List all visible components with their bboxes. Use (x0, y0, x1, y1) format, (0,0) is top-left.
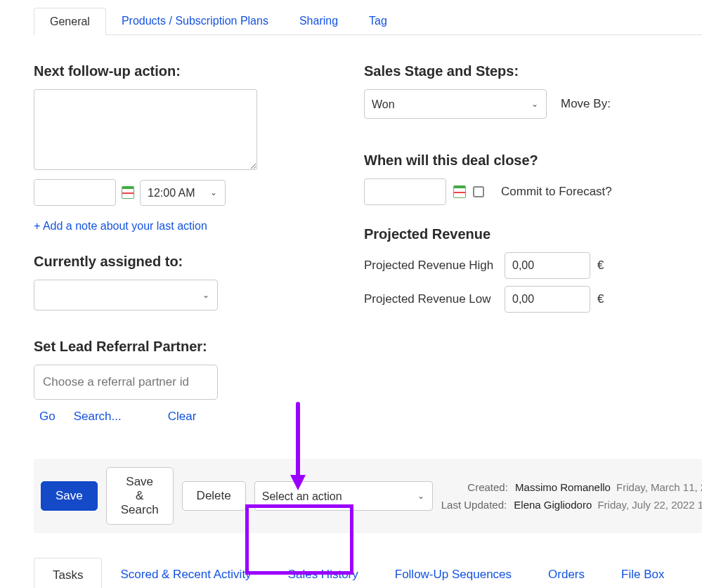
sales-stage-select[interactable]: Won (364, 89, 547, 119)
updated-label: Last Updated: (441, 499, 507, 511)
referral-partner-label: Set Lead Referral Partner: (34, 339, 350, 355)
tab-tasks[interactable]: Tasks (34, 558, 102, 588)
tab-sharing[interactable]: Sharing (284, 8, 353, 34)
tab-sales-history[interactable]: Sales History (270, 558, 377, 588)
assigned-to-select[interactable] (34, 280, 218, 311)
right-column: Sales Stage and Steps: Won ⌄ Move By: Wh… (364, 56, 702, 424)
move-by-label: Move By: (561, 97, 611, 111)
followup-date-input[interactable] (34, 179, 116, 206)
proj-revenue-high-label: Projected Revenue High (364, 259, 498, 273)
save-search-button[interactable]: Save & Search (106, 467, 174, 525)
calendar-icon[interactable] (453, 185, 466, 198)
followup-action-textarea[interactable] (34, 89, 257, 170)
created-by-name: Massimo Romanello (515, 481, 611, 493)
tab-orders[interactable]: Orders (530, 558, 603, 588)
updated-date: Friday, July 22, 2022 12:15 (597, 499, 702, 511)
deal-close-date-input[interactable] (364, 178, 446, 205)
updated-by-name: Elena Gigliodoro (514, 499, 592, 511)
tab-tag[interactable]: Tag (353, 8, 403, 34)
record-meta: Created: Massimo Romanello Friday, March… (441, 478, 702, 514)
proj-revenue-high-input[interactable] (505, 252, 590, 279)
delete-button[interactable]: Delete (182, 481, 246, 511)
sales-stage-label: Sales Stage and Steps: (364, 63, 702, 79)
projected-revenue-label: Projected Revenue (364, 226, 702, 242)
save-button[interactable]: Save (41, 481, 98, 511)
currency-symbol: € (597, 259, 604, 273)
tab-followup-sequences[interactable]: Follow-Up Sequences (377, 558, 530, 588)
created-label: Created: (467, 481, 508, 493)
referral-clear-link[interactable]: Clear (168, 410, 197, 424)
tab-file-box[interactable]: File Box (603, 558, 682, 588)
referral-partner-input[interactable] (34, 365, 218, 400)
action-bar: Save Save & Search Delete Select an acti… (34, 459, 702, 533)
tab-scored-activity[interactable]: Scored & Recent Activity (102, 558, 269, 588)
calendar-icon[interactable] (122, 186, 134, 199)
bottom-tab-bar: Tasks Scored & Recent Activity Sales His… (34, 557, 694, 588)
commit-forecast-checkbox[interactable] (473, 186, 484, 197)
deal-close-label: When will this deal close? (364, 152, 702, 169)
followup-action-label: Next follow-up action: (34, 63, 350, 79)
proj-revenue-low-input[interactable] (505, 286, 590, 313)
proj-revenue-low-label: Projected Revenue Low (364, 292, 498, 306)
commit-forecast-label: Commit to Forecast? (501, 185, 612, 199)
referral-search-link[interactable]: Search... (74, 410, 122, 424)
currency-symbol: € (597, 292, 604, 306)
followup-time-select[interactable]: 12:00 AM (140, 180, 226, 206)
left-column: Next follow-up action: 12:00 AM ⌄ + Add … (34, 56, 350, 424)
top-tab-bar: General Products / Subscription Plans Sh… (34, 0, 702, 35)
tab-products[interactable]: Products / Subscription Plans (106, 8, 284, 34)
assigned-to-label: Currently assigned to: (34, 254, 350, 270)
select-action-dropdown[interactable]: Select an action (254, 481, 433, 511)
referral-go-link[interactable]: Go (39, 410, 56, 424)
add-note-link[interactable]: + Add a note about your last action (34, 220, 350, 233)
tab-general[interactable]: General (34, 8, 106, 35)
created-date: Friday, March 11, 2022 (616, 481, 702, 493)
